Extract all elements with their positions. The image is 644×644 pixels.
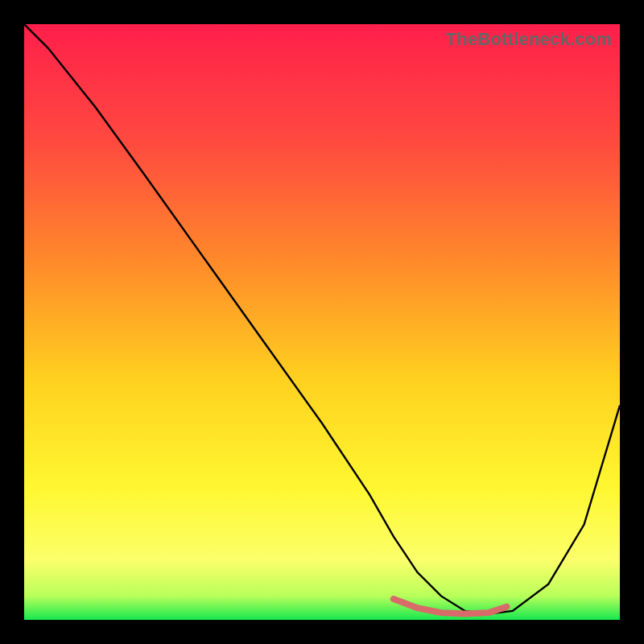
chart-frame: TheBottleneck.com (24, 24, 620, 620)
chart-canvas (24, 24, 620, 620)
gradient-background (24, 24, 620, 620)
watermark-text: TheBottleneck.com (446, 29, 612, 50)
